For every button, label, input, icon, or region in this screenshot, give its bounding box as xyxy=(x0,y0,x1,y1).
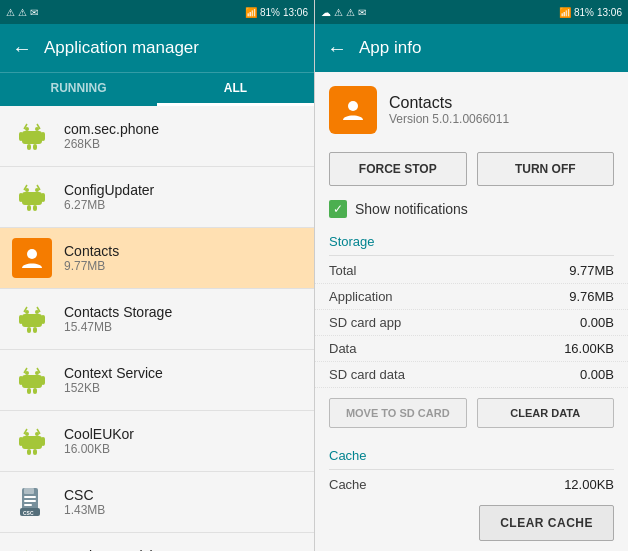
action-buttons-row: FORCE STOP TURN OFF xyxy=(315,144,628,194)
time-display: 13:06 xyxy=(597,7,622,18)
right-toolbar: ← App info xyxy=(315,24,628,72)
tab-running[interactable]: RUNNING xyxy=(0,73,157,106)
storage-action-buttons: MOVE TO SD CARD CLEAR DATA xyxy=(315,388,628,438)
document-icon: CSC xyxy=(14,484,50,520)
app-info-comsecphone: com.sec.phone 268KB xyxy=(64,121,159,151)
app-name: Context Service xyxy=(64,365,163,381)
app-icon-cooleukor xyxy=(12,421,52,461)
storage-value: 0.00B xyxy=(580,315,614,330)
right-panel: ☁ ⚠ ⚠ ✉ 📶 81% 13:06 ← App info Contacts … xyxy=(314,0,628,551)
list-item[interactable]: CoolEUKor 16.00KB xyxy=(0,411,314,472)
signal-icon: 📶 xyxy=(245,7,257,18)
svg-rect-42 xyxy=(27,449,31,455)
svg-rect-25 xyxy=(33,327,37,333)
list-item[interactable]: CSC CSC 1.43MB xyxy=(0,472,314,533)
list-item[interactable]: Device Provisioner 752KB xyxy=(0,533,314,551)
app-size: 152KB xyxy=(64,381,163,395)
person-icon xyxy=(18,244,46,272)
svg-rect-49 xyxy=(24,500,36,502)
storage-label: Total xyxy=(329,263,356,278)
svg-rect-47 xyxy=(24,488,34,494)
svg-rect-43 xyxy=(33,449,37,455)
left-toolbar: ← Application manager xyxy=(0,24,314,72)
svg-rect-30 xyxy=(22,375,42,388)
force-stop-button[interactable]: FORCE STOP xyxy=(329,152,467,186)
svg-rect-21 xyxy=(22,314,42,327)
left-status-right: 📶 81% 13:06 xyxy=(245,7,308,18)
warning-icon: ⚠ xyxy=(334,7,343,18)
right-toolbar-title: App info xyxy=(359,38,421,58)
clear-cache-row: CLEAR CACHE xyxy=(315,497,628,549)
app-info-icon xyxy=(329,86,377,134)
app-icon-contextservice xyxy=(12,360,52,400)
app-list: com.sec.phone 268KB Con xyxy=(0,106,314,551)
app-size: 9.77MB xyxy=(64,259,119,273)
list-item[interactable]: ConfigUpdater 6.27MB xyxy=(0,167,314,228)
battery-icon: 81% xyxy=(260,7,280,18)
app-icon-configupdater xyxy=(12,177,52,217)
storage-label: Application xyxy=(329,289,393,304)
storage-row-application: Application 9.76MB xyxy=(315,284,628,310)
move-to-sd-button[interactable]: MOVE TO SD CARD xyxy=(329,398,467,428)
app-identity: Contacts Version 5.0.1.0066011 xyxy=(389,94,509,126)
storage-label: Data xyxy=(329,341,356,356)
warning-icon: ⚠ xyxy=(6,7,15,18)
clear-cache-button[interactable]: CLEAR CACHE xyxy=(479,505,614,541)
app-name: ConfigUpdater xyxy=(64,182,154,198)
tab-all[interactable]: ALL xyxy=(157,73,314,106)
cache-value: 12.00KB xyxy=(564,477,614,492)
warning-icon2: ⚠ xyxy=(18,7,27,18)
svg-rect-39 xyxy=(22,436,42,449)
svg-rect-50 xyxy=(24,504,32,506)
svg-rect-48 xyxy=(24,496,36,498)
battery-icon: 81% xyxy=(574,7,594,18)
android-robot-icon xyxy=(14,423,50,459)
signal-icon: 📶 xyxy=(559,7,571,18)
list-item[interactable]: Contacts Storage 15.47MB xyxy=(0,289,314,350)
show-notifications-label: Show notifications xyxy=(355,201,468,217)
app-size: 6.27MB xyxy=(64,198,154,212)
app-info-contextservice: Context Service 152KB xyxy=(64,365,163,395)
show-notifications-row[interactable]: ✓ Show notifications xyxy=(315,194,628,228)
app-info-contactsstorage: Contacts Storage 15.47MB xyxy=(64,304,172,334)
android-robot-icon xyxy=(14,545,50,551)
svg-rect-32 xyxy=(41,376,45,385)
list-item[interactable]: Context Service 152KB xyxy=(0,350,314,411)
android-robot-icon xyxy=(14,118,50,154)
app-info-header: Contacts Version 5.0.1.0066011 xyxy=(315,72,628,144)
cache-section: Cache Cache 12.00KB CLEAR CACHE xyxy=(315,438,628,549)
svg-text:CSC: CSC xyxy=(23,510,34,516)
svg-rect-12 xyxy=(19,193,23,202)
right-status-icons: ☁ ⚠ ⚠ ✉ xyxy=(321,7,366,18)
svg-rect-14 xyxy=(27,205,31,211)
storage-label: SD card app xyxy=(329,315,401,330)
list-item[interactable]: com.sec.phone 268KB xyxy=(0,106,314,167)
svg-rect-3 xyxy=(19,132,23,141)
app-icon-csc: CSC xyxy=(12,482,52,522)
android-robot-icon xyxy=(14,362,50,398)
storage-row-data: Data 16.00KB xyxy=(315,336,628,362)
app-info-contacts: Contacts 9.77MB xyxy=(64,243,119,273)
app-icon-contactsstorage xyxy=(12,299,52,339)
app-name: com.sec.phone xyxy=(64,121,159,137)
svg-point-18 xyxy=(27,249,37,259)
svg-rect-15 xyxy=(33,205,37,211)
turn-off-button[interactable]: TURN OFF xyxy=(477,152,615,186)
notifications-checkbox[interactable]: ✓ xyxy=(329,200,347,218)
right-back-button[interactable]: ← xyxy=(327,37,347,60)
cache-label: Cache xyxy=(329,477,367,492)
left-status-icons: ⚠ ⚠ ✉ xyxy=(6,7,38,18)
clear-data-button[interactable]: CLEAR DATA xyxy=(477,398,615,428)
list-item-contacts[interactable]: Contacts 9.77MB xyxy=(0,228,314,289)
app-info-configupdater: ConfigUpdater 6.27MB xyxy=(64,182,154,212)
person-icon xyxy=(339,96,367,124)
app-info-cooleukor: CoolEUKor 16.00KB xyxy=(64,426,134,456)
contacts-icon xyxy=(12,238,52,278)
svg-rect-24 xyxy=(27,327,31,333)
left-tabs: RUNNING ALL xyxy=(0,72,314,106)
svg-rect-22 xyxy=(19,315,23,324)
app-icon-comsecphone xyxy=(12,116,52,156)
left-back-button[interactable]: ← xyxy=(12,37,32,60)
app-detail-name: Contacts xyxy=(389,94,509,112)
svg-rect-23 xyxy=(41,315,45,324)
